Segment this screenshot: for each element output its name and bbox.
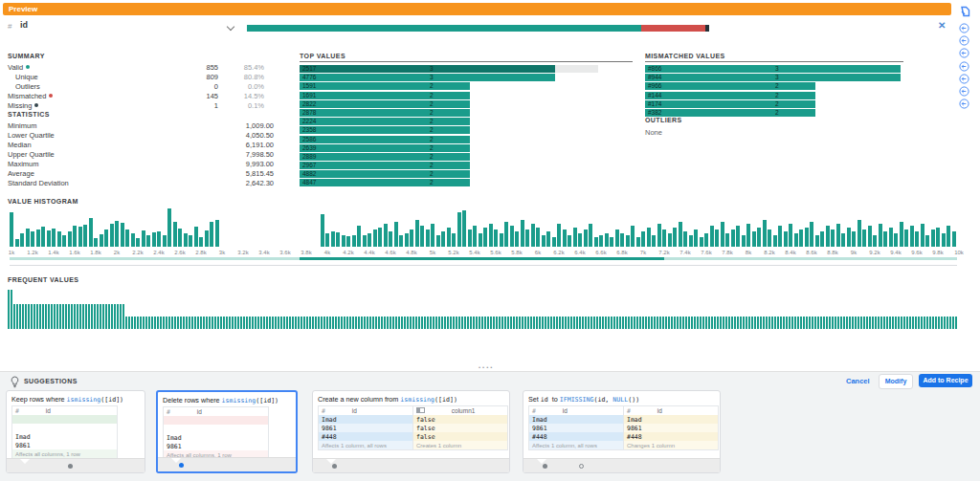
top-value-bar[interactable]: 48822 [300,170,470,178]
histogram-bar[interactable] [89,218,93,247]
frequent-value-bar[interactable] [226,317,228,329]
histogram-bar[interactable] [721,222,724,247]
frequent-value-bar[interactable] [355,317,357,329]
frequent-value-bar[interactable] [944,317,946,329]
histogram-bar[interactable] [578,233,582,247]
frequent-value-bar[interactable] [33,304,35,329]
frequent-value-bar[interactable] [54,304,56,329]
frequent-value-bar[interactable] [174,317,176,329]
frequent-value-bar[interactable] [479,317,480,329]
frequent-value-bar[interactable] [470,317,472,329]
frequent-value-bar[interactable] [714,317,716,329]
frequent-value-bar[interactable] [427,317,429,329]
histogram-bar[interactable] [594,237,598,247]
histogram-bar[interactable] [389,231,392,247]
histogram-bar[interactable] [352,235,356,247]
frequent-value-bar[interactable] [832,317,834,329]
histogram-bar[interactable] [668,233,672,247]
frequent-value-bar[interactable] [878,317,880,329]
frequent-value-bar[interactable] [120,304,122,329]
histogram-bar[interactable] [557,224,561,247]
histogram-bar[interactable] [605,233,609,247]
frequent-value-bar[interactable] [318,317,320,329]
frequent-value-bar[interactable] [407,317,409,329]
frequent-value-bar[interactable] [806,317,808,329]
frequent-value-bar[interactable] [100,304,101,329]
top-value-bar[interactable]: 28782 [300,109,470,117]
top-value-bar[interactable]: 28222 [300,100,470,108]
frequent-value-bar[interactable] [410,317,412,329]
histogram-bar[interactable] [199,237,203,247]
histogram-bar[interactable] [657,224,661,247]
frequent-value-bar[interactable] [840,317,842,329]
frequent-value-bar[interactable] [246,317,248,329]
histogram-bar[interactable] [420,226,424,247]
frequent-value-bar[interactable] [453,317,455,329]
frequent-value-bar[interactable] [450,317,452,329]
frequent-value-bar[interactable] [794,317,796,329]
frequent-value-bar[interactable] [8,290,10,329]
frequent-value-bar[interactable] [458,317,460,329]
frequent-value-bar[interactable] [240,317,242,329]
frequent-value-bar[interactable] [65,304,67,329]
frequent-value-bar[interactable] [634,317,635,329]
histogram-bar[interactable] [131,233,135,247]
histogram-bar[interactable] [468,230,472,247]
frequent-value-bar[interactable] [430,317,432,329]
frequent-value-bar[interactable] [682,317,684,329]
mismatched-value-bar[interactable]: #9662 [645,82,815,90]
histogram-bar[interactable] [931,230,935,247]
histogram-bar[interactable] [563,230,567,247]
frequent-value-bar[interactable] [102,304,104,329]
frequent-value-bar[interactable] [79,304,81,329]
frequent-value-bar[interactable] [674,317,676,329]
frequent-value-bar[interactable] [932,317,934,329]
histogram-bar[interactable] [731,230,735,247]
top-value-bar[interactable]: 25862 [300,136,470,143]
frequent-value-bar[interactable] [576,317,578,329]
frequent-value-bar[interactable] [148,317,150,329]
histogram-bar[interactable] [773,235,777,247]
histogram-bar[interactable] [52,229,56,247]
frequent-value-bar[interactable] [31,304,33,329]
histogram-bar[interactable] [78,227,82,247]
recipe-step-icon[interactable] [959,71,970,82]
frequent-value-bar[interactable] [711,317,713,329]
frequent-value-bar[interactable] [28,304,30,329]
histogram-bar[interactable] [325,233,329,247]
frequent-value-bar[interactable] [315,317,317,329]
histogram-bar[interactable] [473,226,477,247]
frequent-value-bar[interactable] [625,317,627,329]
range-selector-segment[interactable] [664,257,957,260]
suggestion-card[interactable]: Keep rows where ismissing([id])# idImad9… [6,390,145,473]
frequent-value-bar[interactable] [154,317,156,329]
frequent-value-bar[interactable] [412,317,414,329]
frequent-value-bar[interactable] [530,317,532,329]
histogram-bar[interactable] [610,237,613,247]
recipe-step-icon[interactable] [959,83,970,95]
frequent-value-bar[interactable] [200,317,202,329]
histogram-bar[interactable] [415,220,419,247]
frequent-value-bar[interactable] [484,317,486,329]
histogram-bar[interactable] [504,222,508,247]
frequent-value-bar[interactable] [186,317,188,329]
frequent-value-bar[interactable] [45,304,47,329]
frequent-value-bar[interactable] [275,317,277,329]
frequent-value-bar[interactable] [481,317,483,329]
frequent-value-bar[interactable] [39,304,41,329]
frequent-value-bar[interactable] [289,317,291,329]
frequent-value-bar[interactable] [924,317,925,329]
frequent-value-bar[interactable] [619,317,621,329]
frequent-value-bar[interactable] [771,317,773,329]
histogram-bar[interactable] [194,227,198,247]
histogram-bar[interactable] [915,231,919,247]
frequent-value-bar[interactable] [301,317,302,329]
frequent-value-bar[interactable] [326,317,328,329]
frequent-value-bar[interactable] [903,317,905,329]
frequent-value-bar[interactable] [648,317,650,329]
recipe-icon[interactable] [959,4,970,15]
histogram-bar[interactable] [841,233,845,247]
mismatched-value-bar[interactable]: #3822 [645,109,815,117]
frequent-value-bar[interactable] [918,317,920,329]
histogram-bar[interactable] [700,237,703,247]
